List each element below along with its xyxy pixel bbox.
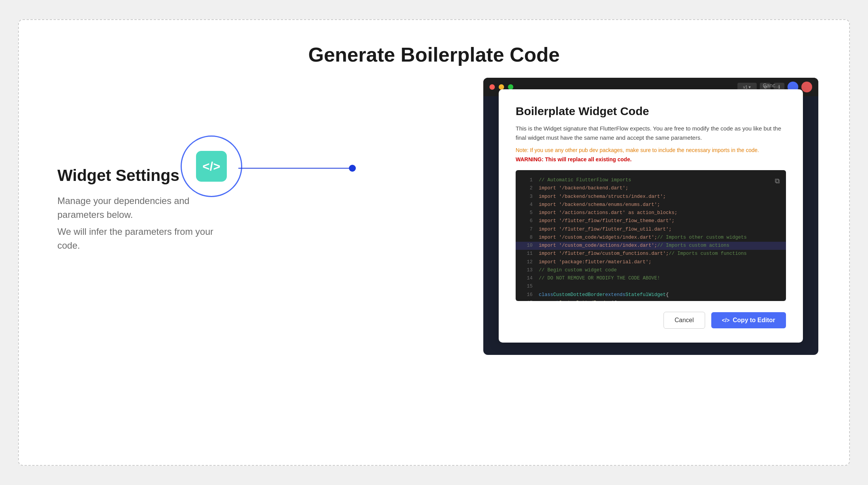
close-button-circle[interactable] [801, 82, 812, 92]
code-line-10: 11import '/flutter_flow/custom_functions… [516, 250, 786, 258]
cancel-button[interactable]: Cancel [664, 312, 705, 329]
copy-to-editor-label: Copy to Editor [733, 317, 775, 324]
code-line-3: 3import '/backend/schema/structs/index.d… [516, 193, 786, 201]
code-line-15: 16class CustomDottedBorder extends State… [516, 291, 786, 299]
widget-settings-desc-2: We will infer the parameters from your c… [57, 225, 227, 253]
copy-to-editor-icon: </> [722, 317, 730, 323]
content-area: Widget Settings Manage your dependencies… [50, 89, 818, 442]
widget-settings-desc-1: Manage your dependencies and parameters … [57, 194, 227, 222]
editor-cancel-hint: Canc... [763, 82, 780, 89]
svg-point-1 [349, 165, 356, 172]
widget-icon: </> [196, 151, 227, 182]
code-line-1: 1// Automatic FlutterFlow imports [516, 176, 786, 184]
modal-description: This is the Widget signature that Flutte… [516, 124, 786, 142]
modal-dialog: Boilerplate Widget Code This is the Widg… [499, 89, 803, 343]
code-line-7: 7import '/flutter_flow/flutter_flow_util… [516, 226, 786, 234]
modal-footer: Cancel </> Copy to Editor [516, 312, 786, 329]
code-line-8: 8import '/custom_code/widgets/index.dart… [516, 234, 786, 242]
minimize-dot [499, 84, 504, 90]
copy-to-editor-button[interactable]: </> Copy to Editor [711, 312, 786, 328]
modal-warning-red: WARNING: This will replace all existing … [516, 156, 786, 162]
code-line-14: 15 [516, 283, 786, 291]
widget-icon-circle: </> [181, 135, 242, 197]
outer-container: Generate Boilerplate Code Widget Setting… [18, 19, 850, 466]
code-line-13: 14// DO NOT REMOVE OR MODIFY THE CODE AB… [516, 274, 786, 283]
copy-icon[interactable]: ⧉ [775, 176, 780, 187]
code-line-4: 4import '/backend/schema/enums/enums.dar… [516, 201, 786, 209]
close-dot [489, 84, 495, 90]
editor-background: v1 ▾ ⚙ ℹ Boilerplate Widget Code This is… [483, 78, 818, 355]
modal-title: Boilerplate Widget Code [516, 105, 786, 118]
maximize-dot [508, 84, 513, 90]
code-line-9: 10import '/custom_code/actions/index.dar… [516, 242, 786, 250]
code-line-12: 13// Begin custom widget code [516, 266, 786, 274]
code-block: ⧉ 1// Automatic FlutterFlow imports 2imp… [516, 170, 786, 301]
code-line-11: 12import 'package:flutter/material.dart'… [516, 258, 786, 266]
code-line-16: 17 const CustomDottedBorder({ [516, 299, 786, 301]
page-title: Generate Boilerplate Code [308, 43, 560, 66]
connector-line [238, 164, 358, 172]
code-line-2: 2import '/backend/backend.dart'; [516, 184, 786, 192]
modal-warning-orange: Note: If you use any other pub dev packa… [516, 147, 786, 153]
widget-settings-title: Widget Settings [57, 166, 179, 185]
code-line-6: 6import '/flutter_flow/flutter_flow_them… [516, 217, 786, 225]
code-line-5: 5import '/actions/actions.dart' as actio… [516, 209, 786, 217]
